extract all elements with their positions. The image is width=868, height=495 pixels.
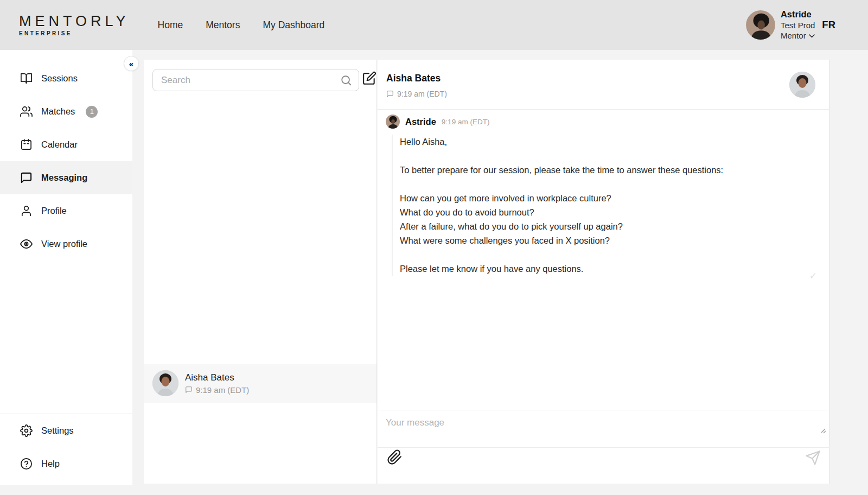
help-circle-icon — [20, 458, 33, 470]
nav-home[interactable]: Home — [158, 20, 183, 31]
sidebar-item-label: Matches — [41, 106, 75, 117]
sidebar-item-settings[interactable]: Settings — [0, 418, 132, 442]
sidebar-item-label: Calendar — [41, 139, 78, 150]
user-name: Astride — [781, 9, 815, 20]
top-header: MENTORLY ENTERPRISE Home Mentors My Dash… — [0, 0, 868, 50]
compose-message-icon[interactable] — [362, 71, 376, 85]
nav-mentors[interactable]: Mentors — [206, 20, 240, 31]
message-sender-avatar — [386, 115, 400, 129]
user-area: Astride Test Prod Mentor FR — [746, 9, 835, 41]
sidebar-item-sessions[interactable]: Sessions — [0, 62, 132, 95]
astride-avatar-image — [746, 10, 775, 40]
read-receipt-icon: ✓ — [809, 270, 817, 282]
top-nav: Home Mentors My Dashboard — [158, 20, 325, 31]
mentorly-logo[interactable]: MENTORLY ENTERPRISE — [19, 14, 130, 36]
resize-handle-icon[interactable] — [818, 427, 826, 434]
chevron-down-icon — [809, 34, 815, 38]
chat-header: Aisha Bates 9:19 am (EDT) — [378, 60, 829, 110]
message-input[interactable] — [378, 410, 829, 447]
aisha-avatar-image — [152, 370, 178, 396]
conversation-meta: Aisha Bates 9:19 am (EDT) — [185, 372, 249, 395]
chat-bubble-icon — [185, 386, 193, 394]
search-input[interactable] — [153, 75, 340, 86]
logo-title: MENTORLY — [19, 14, 130, 29]
conversation-list-item[interactable]: Aisha Bates 9:19 am (EDT) — [144, 364, 376, 403]
sidebar-item-view-profile[interactable]: View profile — [0, 227, 132, 261]
message-composer — [378, 410, 829, 447]
message-time: 9:19 am (EDT) — [442, 118, 490, 126]
sidebar-item-calendar[interactable]: Calendar — [0, 128, 132, 161]
sidebar: Sessions Matches 1 — [0, 50, 132, 485]
astride-avatar-image — [386, 115, 400, 129]
logo-subtitle: ENTERPRISE — [19, 30, 130, 36]
gear-icon — [20, 424, 33, 437]
chat-contact-name: Aisha Bates — [386, 73, 441, 84]
chat-panel: Aisha Bates 9:19 am (EDT) — [378, 60, 829, 484]
nav-my-dashboard[interactable]: My Dashboard — [263, 20, 324, 31]
chat-header-time: 9:19 am (EDT) — [397, 90, 447, 98]
chat-contact-avatar — [789, 72, 815, 98]
aisha-avatar-image — [789, 72, 815, 98]
sidebar-item-messaging[interactable]: Messaging — [0, 161, 132, 194]
language-toggle[interactable]: FR — [822, 19, 835, 31]
sidebar-item-label: Sessions — [41, 73, 78, 84]
book-open-icon — [20, 72, 33, 85]
app-root: MENTORLY ENTERPRISE Home Mentors My Dash… — [0, 0, 868, 495]
sidebar-collapse-button[interactable]: « — [124, 56, 139, 71]
user-role-dropdown[interactable]: Mentor — [781, 31, 815, 41]
users-icon — [20, 105, 33, 118]
eye-icon — [20, 238, 33, 250]
chat-bubble-icon — [386, 90, 394, 98]
sidebar-item-matches[interactable]: Matches 1 — [0, 95, 132, 128]
matches-count-badge: 1 — [86, 106, 98, 118]
paperclip-icon[interactable] — [387, 449, 403, 465]
message-head: Astride 9:19 am (EDT) — [386, 115, 820, 129]
sidebar-footer: Settings Help — [0, 414, 132, 475]
send-icon[interactable] — [805, 450, 821, 466]
sidebar-item-label: Help — [41, 459, 60, 469]
chat-header-time-row: 9:19 am (EDT) — [386, 90, 447, 98]
calendar-icon — [20, 138, 33, 151]
sidebar-item-profile[interactable]: Profile — [0, 194, 132, 227]
chat-messages-area: Astride 9:19 am (EDT) Hello Aisha, To be… — [378, 110, 829, 410]
sidebar-item-help[interactable]: Help — [0, 452, 132, 475]
sidebar-item-label: Profile — [41, 206, 67, 216]
sidebar-item-label: Messaging — [41, 173, 87, 183]
message: Astride 9:19 am (EDT) Hello Aisha, To be… — [378, 110, 829, 276]
sidebar-nav: Sessions Matches 1 — [0, 50, 132, 261]
search-bar — [152, 69, 359, 91]
sidebar-item-label: View profile — [41, 239, 87, 249]
conversation-time: 9:19 am (EDT) — [196, 385, 249, 395]
collapse-chevrons-icon: « — [129, 59, 133, 68]
user-org: Test Prod — [781, 21, 815, 31]
user-avatar[interactable] — [746, 10, 775, 40]
search-icon[interactable] — [340, 74, 352, 86]
conversation-name: Aisha Bates — [185, 372, 249, 383]
chat-bubble-icon — [20, 172, 33, 184]
conversation-time-row: 9:19 am (EDT) — [185, 385, 249, 395]
chat-toolbar — [378, 447, 829, 484]
user-meta: Astride Test Prod Mentor — [781, 9, 815, 41]
sidebar-item-label: Settings — [41, 426, 74, 436]
user-role-label: Mentor — [781, 31, 806, 41]
conversation-list-panel: Aisha Bates 9:19 am (EDT) — [144, 60, 377, 484]
conversation-avatar — [152, 370, 178, 396]
message-body: Hello Aisha, To better prepare for our s… — [392, 135, 820, 276]
person-icon — [20, 205, 33, 217]
message-sender-name: Astride — [405, 117, 436, 127]
